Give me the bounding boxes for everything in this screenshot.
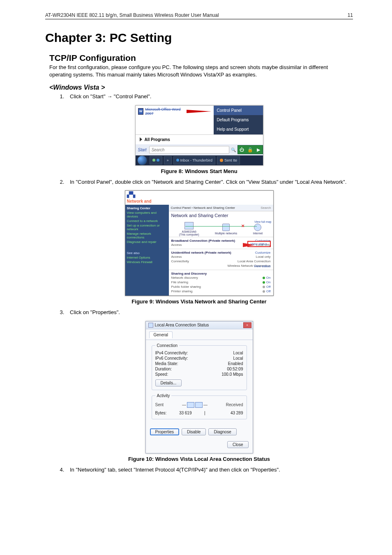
taskbar-sent[interactable]: Sent Ite: [217, 156, 240, 164]
running-header: AT-WR2304N IEEE 802.11 b/g/n, Small Busi…: [45, 12, 353, 19]
lock-icon[interactable]: 🔒: [246, 146, 254, 154]
figure-8: W Microsoft Office Word 2007 Control Pan…: [45, 105, 353, 174]
breadcrumb[interactable]: Control Panel › Network and Sharing Cent…: [169, 205, 273, 211]
start-menu-help-support[interactable]: Help and Support: [214, 125, 263, 134]
lan-status-dialog: Local Area Connection Status × General C…: [145, 321, 253, 453]
start-search-input[interactable]: [149, 146, 229, 154]
customize-link[interactable]: Customize: [255, 251, 271, 254]
globe-icon: [254, 224, 261, 231]
task-link[interactable]: View computers and devices: [127, 211, 167, 218]
network-icon: [148, 323, 153, 328]
task-link[interactable]: Internet Options: [127, 256, 167, 259]
header-page-number: 11: [348, 12, 353, 18]
pc-icon: [184, 222, 194, 229]
start-menu-default-programs[interactable]: Default Programs: [214, 115, 263, 125]
figure-9: ▞▚Network and Sharing Center View comput…: [45, 190, 353, 305]
view-status-link[interactable]: View status: [247, 241, 271, 247]
step-4: In "Networking" tab, select "Internet Pr…: [66, 466, 349, 474]
connection-unidentified: Unidentified network (Private network) C…: [169, 249, 273, 270]
start-menu-control-panel[interactable]: Control Panel: [214, 106, 263, 115]
figure-10-caption: Figure 10: Windows Vista Local Area Conn…: [45, 456, 353, 462]
word-label: Microsoft Office Word 2007: [145, 107, 183, 116]
subsection-title: <Windows Vista >: [49, 84, 353, 91]
disconnect-icon: ✕: [241, 224, 244, 228]
properties-button[interactable]: Properties: [150, 428, 180, 435]
arrow-icon: →: [107, 93, 112, 99]
start-orb-icon[interactable]: [137, 155, 147, 165]
steps-list-2: In "Control Panel", double click on "Net…: [49, 178, 349, 186]
close-icon[interactable]: ×: [243, 322, 251, 328]
step-2: In "Control Panel", double click on "Net…: [66, 178, 349, 186]
word-icon: W: [138, 108, 144, 115]
taskbar-quicklaunch[interactable]: [150, 156, 162, 164]
start-menu-mock: W Microsoft Office Word 2007 Control Pan…: [135, 105, 263, 166]
chevron-right-icon[interactable]: ▶: [254, 146, 263, 154]
task-link[interactable]: Set up a connection or network: [127, 224, 167, 231]
chapter-title: Chapter 3: PC Setting: [45, 31, 353, 45]
start-label: Start: [136, 146, 148, 154]
taskbar-inbox[interactable]: Inbox - Thunderbird: [173, 156, 215, 164]
figure-8-caption: Figure 8: Windows Start Menu: [45, 168, 353, 174]
details-button[interactable]: Details...: [155, 379, 182, 386]
network-icon: [222, 224, 230, 231]
triangle-icon: [140, 137, 142, 141]
dialog-titlebar: Local Area Connection Status ×: [146, 321, 253, 329]
figure-10: Local Area Connection Status × General C…: [45, 321, 353, 462]
power-icon[interactable]: ⏻: [238, 146, 246, 154]
step-1: Click on "Start" → "Control Panel".: [66, 93, 349, 100]
disable-button[interactable]: Disable: [182, 428, 206, 435]
task-link[interactable]: Diagnose and repair: [127, 240, 167, 244]
search-icon[interactable]: 🔍: [231, 148, 236, 152]
activity-group: Activity Sent —— Received Bytes: 33 619 …: [152, 393, 247, 419]
view-status-link[interactable]: View status: [254, 264, 271, 268]
intro-paragraph: For the first configuration, please conf…: [49, 64, 349, 78]
diagnose-button[interactable]: Diagnose: [208, 428, 236, 435]
page-title: Network and Sharing Center: [169, 211, 273, 220]
tab-general[interactable]: General: [149, 331, 173, 338]
callout-arrow-icon: [187, 110, 211, 113]
connection-broadband: Broadband Connection (Private network) C…: [169, 237, 273, 249]
tasks-sidebar: Sharing Center View computers and device…: [125, 205, 169, 296]
activity-icon: ——: [182, 402, 208, 408]
connection-group: Connection IPv4 Connectivity:Local IPv6 …: [152, 343, 247, 390]
view-full-map-link[interactable]: View full map: [254, 220, 272, 223]
start-menu-all-programs[interactable]: All Programs: [136, 134, 263, 144]
close-button[interactable]: Close: [227, 441, 249, 448]
steps-list-3: Click on "Properties".: [49, 309, 349, 316]
step-3: Click on "Properties".: [66, 309, 349, 316]
sharing-and-discovery: Sharing and Discovery Network discoveryO…: [169, 270, 273, 296]
network-map: View full map ✕ ASMEDIA6(This computer) …: [169, 220, 273, 237]
power-buttons: ⏻ 🔒 ▶: [238, 145, 263, 154]
task-link[interactable]: Connect to a network: [127, 219, 167, 223]
taskbar-divider: »: [164, 156, 172, 164]
steps-list-4: In "Networking" tab, select "Internet Pr…: [49, 466, 349, 474]
vendor-logo: ▞▚Network and: [125, 191, 273, 205]
task-link[interactable]: Manage network connections: [127, 232, 167, 239]
task-link[interactable]: Windows Firewall: [127, 260, 167, 264]
figure-9-caption: Figure 9: Windows Vista Network and Shar…: [45, 298, 353, 305]
taskbar: » Inbox - Thunderbird Sent Ite: [136, 155, 263, 165]
steps-list: Click on "Start" → "Control Panel".: [49, 93, 349, 100]
network-sharing-center-mock: ▞▚Network and Sharing Center View comput…: [125, 190, 274, 296]
header-left: AT-WR2304N IEEE 802.11 b/g/n, Small Busi…: [45, 12, 219, 18]
section-title: TCP/IP Configuration: [49, 53, 353, 63]
